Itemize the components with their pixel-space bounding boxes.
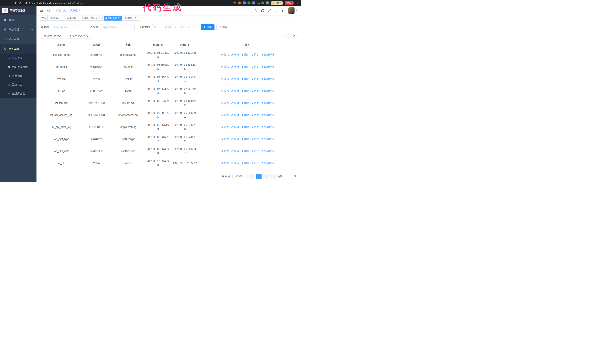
extension-icon-5[interactable] [257,1,260,4]
action-sync-link[interactable]: 同步 [251,137,259,141]
github-icon[interactable] [261,9,264,12]
action-download-link[interactable]: 生成代码 [261,125,274,129]
action-download-link[interactable]: 生成代码 [261,137,274,141]
action-download-link[interactable]: 生成代码 [261,89,274,93]
action-trash-link[interactable]: 删除 [241,161,249,165]
action-eye-link[interactable]: 预览 [221,89,229,93]
toggle-search-button[interactable] [284,33,289,39]
action-edit-link[interactable]: 编辑 [231,113,239,117]
action-eye-link[interactable]: 预览 [221,149,229,153]
reset-button[interactable]: 重置 [216,24,230,30]
table-desc-input[interactable] [100,24,135,30]
refresh-table-button[interactable] [291,33,297,39]
reload-button[interactable] [13,1,17,5]
browser-home-button[interactable] [19,1,22,5]
action-trash-link[interactable]: 删除 [241,113,249,117]
paused-badge[interactable]: 已暂停 [271,1,283,5]
close-icon[interactable]: × [77,17,80,20]
table-name-input[interactable] [51,24,86,30]
action-trash-link[interactable]: 删除 [241,77,249,81]
action-trash-link[interactable]: 删除 [241,89,249,93]
action-edit-link[interactable]: 编辑 [231,101,239,105]
back-button[interactable] [2,1,6,5]
action-sync-link[interactable]: 同步 [251,101,259,105]
action-edit-link[interactable]: 编辑 [231,137,239,141]
prev-page-button[interactable] [249,174,255,179]
action-trash-link[interactable]: 删除 [241,101,249,105]
sidebar-item-home[interactable]: 首页 [0,15,36,25]
action-sync-link[interactable]: 同步 [251,89,259,93]
action-trash-link[interactable]: 删除 [241,137,249,141]
action-trash-link[interactable]: 删除 [241,52,249,57]
action-edit-link[interactable]: 编辑 [231,77,239,81]
sidebar-item-db-doc[interactable]: 数据库文档 [0,89,36,98]
sidebar-item-api[interactable]: 系统接口 [0,80,36,89]
sidebar-item-system[interactable]: 系统管理 [0,25,36,34]
sidebar-item-form-builder[interactable]: 表单构建 [0,72,36,80]
sidebar-item-dev-tools[interactable]: 研发工具 [0,44,36,54]
action-download-link[interactable]: 生成代码 [261,161,274,165]
browser-update-button[interactable]: 更新 [285,1,294,5]
address-bar[interactable]: 不安全 dashboard.yudao.iocoder.cn/tool/code… [25,1,231,5]
action-sync-link[interactable]: 同步 [251,52,259,57]
page-size-select[interactable]: 10条/页 [232,174,247,179]
fullscreen-icon[interactable] [275,9,278,12]
action-edit-link[interactable]: 编辑 [231,149,239,153]
search-button[interactable]: 搜索 [201,24,215,30]
user-menu[interactable] [288,7,298,14]
extension-icon-2[interactable] [243,1,246,4]
action-download-link[interactable]: 生成代码 [261,65,274,69]
tab-trace[interactable]: 链路追踪× [49,16,64,21]
close-icon[interactable]: × [60,17,63,20]
action-trash-link[interactable]: 删除 [241,65,249,69]
tab-home[interactable]: 首页 [40,16,48,21]
action-eye-link[interactable]: 预览 [221,137,229,141]
sidebar-item-codegen[interactable]: 代码生成 [0,54,36,62]
tab-codegen[interactable]: 代码生成× [104,16,122,21]
action-download-link[interactable]: 生成代码 [261,113,274,117]
goto-page-input[interactable] [284,174,292,179]
action-edit-link[interactable]: 编辑 [231,125,239,129]
import-sql-button[interactable]: 基于 SQL 导入 [66,33,91,39]
tab-api[interactable]: 系统接口× [123,16,139,21]
action-edit-link[interactable]: 编辑 [231,161,239,165]
font-size-icon[interactable]: TT [282,9,285,12]
sidebar-item-codegen-example[interactable]: 代码生成示例 [0,62,36,72]
action-download-link[interactable]: 生成代码 [261,52,274,57]
extension-icon-4[interactable] [252,1,255,4]
extension-icon-3[interactable] [247,1,250,4]
action-eye-link[interactable]: 预览 [221,65,229,69]
action-edit-link[interactable]: 编辑 [231,65,239,69]
extension-icon-1[interactable] [238,1,241,4]
action-trash-link[interactable]: 删除 [241,149,249,153]
action-sync-link[interactable]: 同步 [251,113,259,117]
action-sync-link[interactable]: 同步 [251,125,259,129]
action-eye-link[interactable]: 预览 [221,101,229,105]
help-icon[interactable]: ? [268,9,271,12]
bookmark-star-icon[interactable] [233,1,236,5]
sidebar-collapse-icon[interactable] [40,9,43,12]
action-eye-link[interactable]: 预览 [221,52,229,57]
action-sync-link[interactable]: 同步 [251,149,259,153]
close-icon[interactable]: × [134,17,137,20]
action-download-link[interactable]: 生成代码 [261,101,274,105]
next-page-button[interactable] [270,174,276,179]
breadcrumb-dev-tools[interactable]: 研发工具 [55,9,66,12]
tab-form-builder[interactable]: 表单构建× [65,16,81,21]
security-warning[interactable]: 不安全 [25,1,36,5]
tab-codegen-example[interactable]: 代码生成示例× [82,16,103,21]
breadcrumb-home[interactable]: 首页 [46,9,52,12]
extensions-puzzle-icon[interactable] [266,1,269,4]
action-trash-link[interactable]: 删除 [241,125,249,129]
forward-button[interactable] [7,1,11,5]
sidebar-item-infrastructure[interactable]: 基础设施 [0,34,36,44]
extension-icon-6[interactable] [261,1,264,4]
action-edit-link[interactable]: 编辑 [231,52,239,57]
action-eye-link[interactable]: 预览 [221,77,229,81]
search-icon[interactable] [254,9,258,12]
action-download-link[interactable]: 生成代码 [261,77,274,81]
action-edit-link[interactable]: 编辑 [231,89,239,93]
action-sync-link[interactable]: 同步 [251,161,259,165]
app-logo[interactable]: 芋道管理系统 [0,6,36,15]
page-button-2[interactable]: 2 [263,174,269,179]
